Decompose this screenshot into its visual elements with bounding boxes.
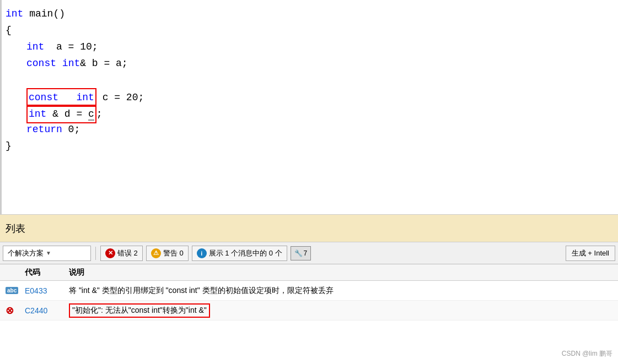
filter-button[interactable]: 🔧 7 bbox=[291, 246, 311, 260]
code-editor: int main() { int a = 10; const int & b =… bbox=[0, 0, 618, 215]
table-row-highlighted: ⊗ C2440 "初始化": 无法从"const int"转换为"int &" bbox=[0, 301, 618, 320]
table-header: 代码 说明 bbox=[0, 264, 618, 281]
info-button[interactable]: i 展示 1 个消息中的 0 个 bbox=[192, 246, 287, 261]
row-icon-error: ⊗ bbox=[0, 305, 22, 317]
col-header-code: 代码 bbox=[22, 268, 66, 278]
warn-badge-icon: ⚠ bbox=[151, 248, 161, 258]
highlight-box-const-c: const int bbox=[26, 88, 96, 107]
code-text: ; bbox=[96, 106, 103, 122]
toolbar-row: 个解决方案 ▼ ✕ 错误 2 ⚠ 警告 0 i 展示 1 个消息中的 0 个 🔧… bbox=[0, 242, 618, 264]
code-line: { bbox=[0, 22, 618, 39]
solution-dropdown[interactable]: 个解决方案 ▼ bbox=[3, 246, 91, 261]
keyword-const: const bbox=[29, 92, 58, 103]
warning-button[interactable]: ⚠ 警告 0 bbox=[146, 246, 189, 261]
error-label: 错误 2 bbox=[117, 248, 138, 258]
code-text: } bbox=[6, 138, 12, 154]
warn-label: 警告 0 bbox=[163, 248, 184, 258]
keyword-int: int bbox=[26, 39, 44, 55]
info-badge-icon: i bbox=[197, 248, 207, 258]
highlight-box-intd: int & d = c bbox=[26, 105, 96, 123]
keyword-int: int bbox=[62, 55, 80, 72]
generate-label: 生成 + Intell bbox=[572, 248, 609, 258]
separator bbox=[95, 247, 96, 260]
generate-button[interactable]: 生成 + Intell bbox=[566, 246, 615, 261]
code-line: int main() bbox=[0, 6, 618, 22]
chevron-down-icon: ▼ bbox=[46, 250, 51, 256]
abc-icon: abc bbox=[6, 287, 18, 294]
code-line: const int & b = a; bbox=[0, 55, 618, 72]
keyword-const: const bbox=[26, 55, 56, 72]
row-icon-abc: abc bbox=[0, 287, 22, 294]
code-text: & d = bbox=[52, 108, 88, 119]
error-panel-label: 列表 bbox=[6, 222, 25, 235]
error-panel-header: 列表 bbox=[0, 215, 618, 242]
watermark: CSDN @lim 鹏哥 bbox=[562, 349, 612, 358]
keyword-int: int bbox=[6, 6, 23, 22]
table-row: abc E0433 将 "int &" 类型的引用绑定到 "const int"… bbox=[0, 281, 618, 301]
code-text bbox=[65, 92, 71, 103]
row-description: 将 "int &" 类型的引用绑定到 "const int" 类型的初始值设定项… bbox=[66, 286, 618, 296]
code-text: 0; bbox=[62, 121, 80, 138]
code-line-highlighted: int & d = c ; bbox=[0, 105, 618, 121]
keyword-int: int bbox=[29, 108, 46, 119]
solution-dropdown-label: 个解决方案 bbox=[8, 248, 44, 258]
error-button[interactable]: ✕ 错误 2 bbox=[100, 246, 143, 261]
code-line: int a = 10; bbox=[0, 39, 618, 55]
code-text: c = 20; bbox=[96, 89, 144, 106]
code-line-highlighted: const int c = 20; bbox=[0, 88, 618, 105]
keyword-return: return bbox=[26, 121, 62, 138]
table-body: abc E0433 将 "int &" 类型的引用绑定到 "const int"… bbox=[0, 281, 618, 320]
code-text: a = 10; bbox=[44, 39, 98, 55]
code-text: main() bbox=[23, 6, 65, 22]
info-label: 展示 1 个消息中的 0 个 bbox=[209, 248, 282, 258]
highlight-description: "初始化": 无法从"const int"转换为"int &" bbox=[69, 303, 210, 318]
code-line: return 0; bbox=[0, 121, 618, 138]
row-description-highlighted: "初始化": 无法从"const int"转换为"int &" bbox=[66, 303, 618, 318]
code-line: } bbox=[0, 138, 618, 154]
red-circle-x-icon: ⊗ bbox=[6, 305, 14, 317]
code-line-empty bbox=[0, 72, 618, 88]
keyword-int: int bbox=[76, 92, 94, 103]
col-header-desc: 说明 bbox=[66, 268, 618, 278]
cursor-c: c bbox=[88, 108, 94, 121]
code-text bbox=[56, 55, 62, 72]
error-badge-icon: ✕ bbox=[105, 248, 115, 258]
row-code: C2440 bbox=[22, 306, 66, 315]
code-text: { bbox=[6, 22, 12, 39]
row-code: E0433 bbox=[22, 286, 66, 295]
filter-label: 7 bbox=[304, 249, 308, 257]
filter-icon: 🔧 bbox=[294, 249, 303, 257]
code-text: & b = a; bbox=[80, 55, 127, 72]
